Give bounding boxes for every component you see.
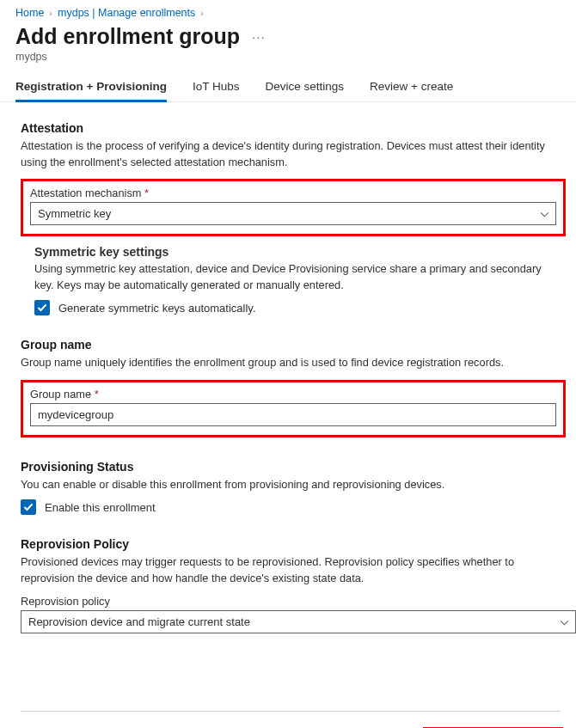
provstatus-desc: You can enable or disable this enrollmen…: [21, 477, 545, 493]
resource-name: mydps: [0, 49, 576, 75]
groupname-label: Group name *: [30, 388, 556, 401]
tabs: Registration + Provisioning IoT Hubs Dev…: [0, 75, 576, 102]
symkey-desc: Using symmetric key attestation, device …: [34, 261, 559, 293]
generate-keys-checkbox[interactable]: [34, 300, 50, 315]
footer-bar: Review + create < Previous Next: IoT Hub…: [0, 712, 576, 728]
attestation-mechanism-label: Attestation mechanism *: [30, 187, 556, 199]
breadcrumb-home[interactable]: Home: [15, 7, 44, 19]
reprovision-policy-select[interactable]: Reprovision device and migrate current s…: [21, 610, 576, 633]
breadcrumb-mydps[interactable]: mydps | Manage enrollments: [58, 7, 195, 19]
chevron-right-icon: ›: [49, 8, 52, 18]
provstatus-heading: Provisioning Status: [21, 460, 576, 474]
page-title: Add enrollment group: [15, 24, 240, 49]
attestation-heading: Attestation: [21, 121, 576, 135]
reprov-label: Reprovision policy: [21, 595, 576, 608]
attestation-desc: Attestation is the process of verifying …: [21, 138, 545, 170]
groupname-desc: Group name uniquely identifies the enrol…: [21, 355, 545, 371]
symmetric-key-settings: Symmetric key settings Using symmetric k…: [21, 236, 576, 315]
reprov-heading: Reprovision Policy: [21, 537, 576, 551]
groupname-heading: Group name: [21, 338, 576, 352]
enable-enrollment-checkbox[interactable]: [21, 499, 36, 515]
section-attestation: Attestation Attestation is the process o…: [21, 121, 576, 315]
breadcrumb: Home › mydps | Manage enrollments ›: [0, 3, 576, 24]
section-provisioning-status: Provisioning Status You can enable or di…: [21, 460, 576, 516]
tab-device-settings[interactable]: Device settings: [265, 75, 344, 102]
more-actions-button[interactable]: ···: [252, 29, 266, 44]
highlight-group-name: Group name *: [21, 380, 566, 437]
section-group-name: Group name Group name uniquely identifie…: [21, 338, 576, 437]
reprov-desc: Provisioned devices may trigger requests…: [21, 554, 545, 586]
enable-enrollment-label: Enable this enrollment: [45, 501, 156, 514]
section-reprovision-policy: Reprovision Policy Provisioned devices m…: [21, 537, 576, 633]
chevron-right-icon: ›: [200, 8, 204, 18]
tab-iot-hubs[interactable]: IoT Hubs: [193, 75, 240, 102]
group-name-input[interactable]: [30, 403, 556, 426]
tab-review-create[interactable]: Review + create: [370, 75, 453, 102]
attestation-mechanism-select[interactable]: Symmetric key: [30, 202, 556, 225]
symkey-heading: Symmetric key settings: [34, 245, 562, 259]
tab-registration-provisioning[interactable]: Registration + Provisioning: [15, 75, 167, 102]
generate-keys-label: Generate symmetric keys automatically.: [58, 302, 256, 315]
highlight-attestation-mechanism: Attestation mechanism * Symmetric key: [21, 179, 566, 236]
